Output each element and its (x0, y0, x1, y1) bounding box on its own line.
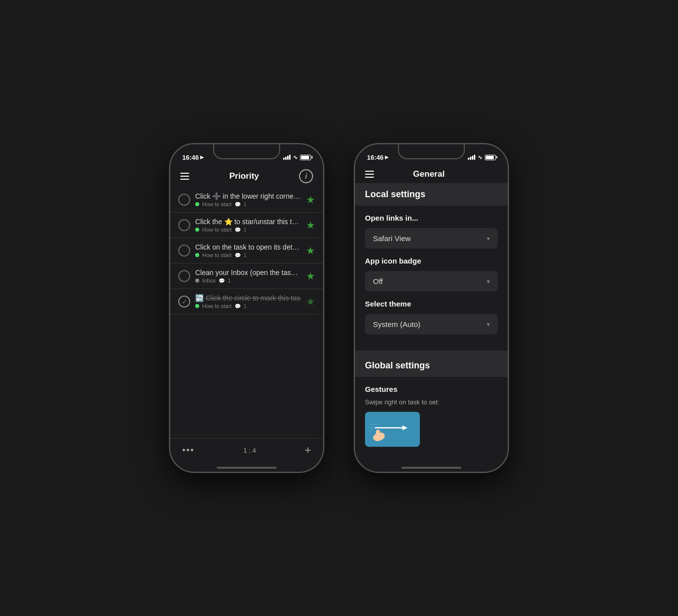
hamburger-line-2-3 (365, 177, 374, 178)
dots-menu-1[interactable]: ••• (182, 445, 195, 456)
wifi-icon-2: ∿ (478, 154, 482, 161)
signal-bar-2-3 (472, 156, 473, 160)
tag-dot-5 (195, 304, 199, 308)
comment-count-3: 1 (244, 252, 247, 258)
signal-bar-1 (283, 158, 285, 160)
signal-bar-2-4 (474, 155, 475, 160)
hamburger-icon-1[interactable] (180, 173, 189, 180)
tag-dot-2 (195, 228, 199, 232)
tag-label-4: Inbox (202, 278, 216, 284)
hamburger-line-2-1 (365, 171, 374, 172)
gesture-illustration (365, 412, 420, 447)
chevron-down-open-links: ▾ (487, 235, 490, 242)
task-item-3[interactable]: Click on the task to open its details...… (170, 238, 323, 264)
comment-icon-5: 💬 (235, 304, 241, 309)
tag-label-3: How to start (202, 252, 232, 258)
hamburger-icon-2[interactable] (365, 171, 374, 178)
task-content-4: Clean your Inbox (open the task fo... In… (195, 269, 301, 284)
signal-bars-2 (468, 155, 475, 160)
signal-bars-1 (283, 155, 291, 160)
info-button-1[interactable]: i (299, 169, 313, 183)
chevron-down-theme: ▾ (487, 321, 490, 328)
gesture-svg (365, 412, 420, 447)
star-icon-1[interactable]: ★ (306, 194, 315, 206)
comment-count-5: 1 (244, 303, 247, 309)
task-title-2: Click the ⭐ to star/unstar this tas... (195, 218, 301, 226)
task-checkbox-2[interactable] (178, 219, 190, 231)
comment-count-1: 1 (244, 201, 247, 207)
nav-bar-2: General (355, 166, 508, 183)
select-theme-value: System (Auto) (373, 320, 420, 328)
hamburger-line-3 (180, 179, 189, 180)
star-icon-5[interactable]: ★ (306, 296, 315, 308)
battery-icon-2 (485, 155, 496, 160)
task-title-5: ↩️ Click the circle to mark this tas... (195, 294, 301, 302)
task-checkbox-1[interactable] (178, 194, 190, 206)
select-theme-dropdown[interactable]: System (Auto) ▾ (365, 314, 498, 334)
comment-icon-1: 💬 (235, 202, 241, 207)
open-links-dropdown[interactable]: Safari View ▾ (365, 228, 498, 249)
task-checkbox-3[interactable] (178, 245, 190, 257)
svg-rect-0 (365, 412, 420, 447)
task-meta-2: How to start 💬 1 (195, 227, 301, 233)
wifi-icon-1: ∿ (293, 154, 298, 161)
nav-title-2: General (413, 169, 444, 179)
gestures-subtitle: Swipe right on task to set: (365, 398, 498, 406)
task-content-5: ↩️ Click the circle to mark this tas... … (195, 294, 301, 309)
task-meta-1: How to start 💬 1 (195, 201, 301, 207)
comment-icon-3: 💬 (235, 253, 241, 258)
bottom-bar-1: ••• 1 : 4 + (170, 438, 323, 467)
signal-bar-2 (285, 157, 287, 160)
status-time-1: 16:46 (182, 154, 199, 161)
app-icon-badge-label: App icon badge (365, 257, 498, 265)
page-count-1: 1 : 4 (243, 447, 256, 454)
tag-dot-3 (195, 253, 199, 257)
hamburger-line-1 (180, 173, 189, 174)
task-list[interactable]: Click ➕ in the lower right corner t... H… (170, 187, 323, 438)
star-icon-3[interactable]: ★ (306, 245, 315, 257)
task-content-1: Click ➕ in the lower right corner t... H… (195, 192, 301, 207)
nav-title-1: Priority (229, 171, 259, 181)
settings-content[interactable]: Local settings Open links in... Safari V… (355, 183, 508, 467)
task-checkbox-4[interactable] (178, 270, 190, 282)
signal-bar-3 (287, 156, 289, 160)
add-button-1[interactable]: + (305, 444, 311, 457)
tag-label-1: How to start (202, 201, 232, 207)
location-icon-2: ▶ (385, 155, 388, 160)
task-title-1: Click ➕ in the lower right corner t... (195, 192, 301, 200)
phone-2: 16:46 ▶ ∿ (354, 143, 509, 473)
status-time-2: 16:46 (367, 154, 383, 161)
nav-bar-1: Priority i (170, 166, 323, 187)
settings-divider (355, 350, 508, 354)
open-links-value: Safari View (373, 234, 411, 243)
app-icon-badge-value: Off (373, 277, 383, 286)
task-checkbox-5[interactable] (178, 296, 190, 308)
home-indicator-1 (217, 467, 277, 469)
battery-fill-1 (301, 156, 309, 159)
task-item-2[interactable]: Click the ⭐ to star/unstar this tas... H… (170, 213, 323, 238)
comment-icon-4: 💬 (219, 278, 225, 284)
local-settings-header: Local settings (355, 183, 508, 206)
signal-bar-4 (289, 155, 291, 160)
star-icon-4[interactable]: ★ (306, 270, 315, 282)
tag-dot-4 (195, 279, 199, 283)
home-indicator-2 (401, 467, 461, 469)
battery-fill-2 (486, 156, 494, 159)
comment-count-2: 1 (244, 227, 247, 233)
local-settings-body: Open links in... Safari View ▾ App icon … (355, 206, 508, 350)
comment-icon-2: 💬 (235, 227, 241, 233)
battery-icon-1 (300, 155, 311, 160)
task-item-4[interactable]: Clean your Inbox (open the task fo... In… (170, 264, 323, 289)
task-item-1[interactable]: Click ➕ in the lower right corner t... H… (170, 187, 323, 213)
task-meta-3: How to start 💬 1 (195, 252, 301, 258)
gestures-title: Gestures (365, 385, 498, 393)
status-bar-2: 16:46 ▶ ∿ (355, 144, 508, 166)
tag-label-5: How to start (202, 303, 232, 309)
star-icon-2[interactable]: ★ (306, 219, 315, 231)
gestures-section: Gestures Swipe right on task to set: (355, 377, 508, 455)
chevron-down-badge: ▾ (487, 278, 490, 285)
app-icon-badge-dropdown[interactable]: Off ▾ (365, 271, 498, 292)
task-item-5[interactable]: ↩️ Click the circle to mark this tas... … (170, 289, 323, 314)
global-settings-header: Global settings (355, 354, 508, 377)
status-icons-2: ∿ (468, 154, 496, 161)
